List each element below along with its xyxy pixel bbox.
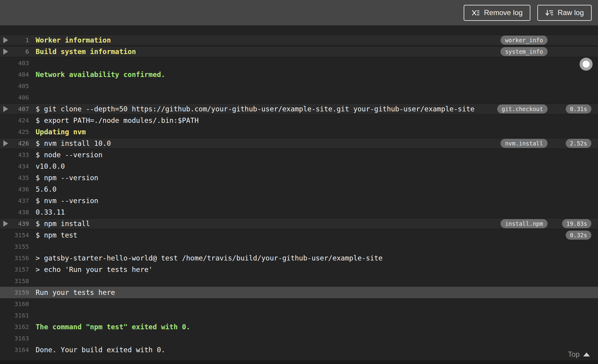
scroll-indicator-dot[interactable] [580,58,593,71]
line-number[interactable]: 403 [11,59,29,67]
log-line-text: The command "npm test" exited with 0. [36,323,554,331]
line-number[interactable]: 1 [11,37,29,44]
line-number[interactable]: 425 [11,128,29,136]
duration-column: 2.52s [554,139,591,148]
fold-toggle[interactable] [0,301,11,307]
fold-arrow-icon [3,49,8,55]
fold-toggle[interactable] [0,347,11,353]
fold-toggle[interactable] [0,289,11,295]
line-number[interactable]: 436 [11,186,29,193]
fold-toggle[interactable] [0,117,11,123]
line-number[interactable]: 435 [11,174,29,181]
log-row: 3158 [0,275,598,287]
log-line-text: 0.33.11 [36,208,554,216]
raw-log-label: Raw log [558,8,584,17]
line-number[interactable]: 3156 [11,254,29,262]
fold-toggle[interactable] [0,175,11,181]
fold-toggle[interactable] [0,255,11,261]
fold-toggle[interactable] [0,60,11,66]
log-line-text: 5.6.0 [36,185,554,193]
log-line-text: Build system information [36,48,500,56]
fold-toggle[interactable] [0,106,11,112]
raw-log-icon [545,9,553,17]
fold-toggle[interactable] [0,152,11,158]
line-number[interactable]: 406 [11,94,29,101]
line-number[interactable]: 433 [11,151,29,158]
log-line-text: > echo 'Run your tests here' [36,266,554,273]
line-number[interactable]: 434 [11,163,29,170]
log-row: 6 Build system information system_info [0,46,598,57]
log-row: 1 Worker information worker_info [0,34,598,46]
fold-tag-badge: install.npm [500,219,548,228]
fold-toggle[interactable] [0,83,11,89]
line-number[interactable]: 6 [11,48,29,55]
line-number[interactable]: 424 [11,117,29,124]
log-line-text: $ nvm --version [36,197,554,205]
log-row: 3160 [0,298,598,310]
raw-log-button[interactable]: Raw log [537,5,592,21]
fold-toggle[interactable] [0,209,11,215]
fold-toggle[interactable] [0,37,11,43]
fold-toggle[interactable] [0,232,11,238]
fold-toggle[interactable] [0,335,11,341]
duration-column: 0.31s [554,104,591,113]
page-bottom-edge [0,360,598,364]
fold-toggle[interactable] [0,186,11,192]
log-row: 3163 [0,333,598,344]
fold-arrow-icon [3,37,8,43]
line-number[interactable]: 3162 [11,323,29,330]
fold-arrow-icon [3,140,8,146]
log-rows: 1 Worker information worker_info 6 Build… [0,34,598,356]
build-log: 1 Worker information worker_info 6 Build… [0,25,598,364]
log-row: 435 $ npm --version [0,172,598,184]
line-number[interactable]: 3154 [11,231,29,239]
line-number[interactable]: 405 [11,82,29,90]
fold-toggle[interactable] [0,312,11,318]
log-line-text: Run your tests here [36,289,554,296]
line-number[interactable]: 3163 [11,335,29,342]
line-number[interactable]: 439 [11,220,29,227]
fold-toggle[interactable] [0,72,11,78]
line-number[interactable]: 438 [11,209,29,216]
duration-badge: 0.32s [566,231,591,240]
fold-toggle[interactable] [0,49,11,55]
line-number[interactable]: 3155 [11,243,29,250]
fold-toggle[interactable] [0,278,11,284]
line-number[interactable]: 3161 [11,312,29,319]
duration-badge: 19.83s [562,219,591,228]
log-row: 3162 The command "npm test" exited with … [0,321,598,333]
log-row: 405 [0,80,598,92]
remove-log-button[interactable]: Remove log [464,5,530,21]
log-row: 438 0.33.11 [0,206,598,218]
fold-toggle[interactable] [0,221,11,227]
fold-toggle[interactable] [0,324,11,330]
arrow-up-icon [583,353,590,356]
line-number[interactable]: 3164 [11,346,29,353]
fold-toggle[interactable] [0,129,11,135]
log-line-text: Done. Your build exited with 0. [36,346,554,354]
fold-tag-badge: nvm.install [500,139,548,148]
line-number[interactable]: 3158 [11,277,29,285]
line-number[interactable]: 3159 [11,289,29,296]
log-line-text: $ git clone --depth=50 https://github.co… [36,105,497,113]
duration-badge: 2.52s [566,139,591,148]
log-row: 433 $ node --version [0,149,598,161]
line-number[interactable]: 3157 [11,266,29,273]
line-number[interactable]: 407 [11,105,29,113]
fold-toggle[interactable] [0,267,11,273]
line-number[interactable]: 404 [11,71,29,78]
log-row: 403 [0,57,598,69]
duration-badge: 0.31s [566,104,591,113]
line-number[interactable]: 3160 [11,300,29,308]
line-number[interactable]: 437 [11,197,29,204]
back-to-top-link[interactable]: Top [568,350,590,359]
fold-toggle[interactable] [0,94,11,101]
fold-toggle[interactable] [0,198,11,204]
log-row: 3157 > echo 'Run your tests here' [0,264,598,275]
fold-toggle[interactable] [0,163,11,169]
log-row: 407 $ git clone --depth=50 https://githu… [0,103,598,115]
line-number[interactable]: 426 [11,140,29,147]
log-line-text: $ nvm install 10.0 [36,139,500,147]
fold-toggle[interactable] [0,244,11,250]
fold-toggle[interactable] [0,140,11,146]
